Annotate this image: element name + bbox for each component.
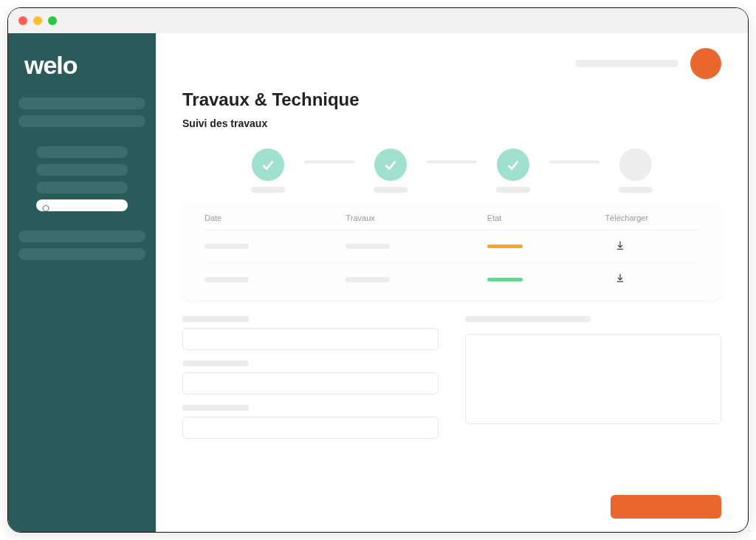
page-title: Travaux & Technique — [182, 89, 721, 110]
col-telecharger: Télécharger — [605, 213, 699, 222]
text-input[interactable] — [182, 417, 439, 439]
sidebar: welo — [8, 33, 156, 532]
window-minimize-button[interactable] — [33, 16, 42, 25]
sidebar-item[interactable] — [18, 230, 145, 242]
col-date: Date — [205, 213, 346, 222]
topbar — [575, 48, 721, 79]
page-subtitle: Suivi des travaux — [182, 117, 721, 129]
form-section — [182, 316, 721, 439]
step-connector — [427, 160, 477, 163]
step — [374, 148, 408, 193]
cell-travaux-placeholder — [346, 244, 390, 249]
cell-date-placeholder — [205, 244, 249, 249]
textarea-input[interactable] — [465, 334, 721, 424]
col-etat: Etat — [487, 213, 605, 222]
check-icon — [382, 157, 399, 173]
field-label-placeholder — [182, 405, 249, 411]
hexagon-icon — [42, 202, 49, 209]
form-left-column — [182, 316, 439, 439]
works-table-card: Date Travaux Etat Télécharger — [182, 203, 721, 300]
window-close-button[interactable] — [18, 16, 27, 25]
step-label-placeholder — [251, 187, 285, 193]
content: welo Travaux & Technique Suivi des tr — [8, 33, 748, 532]
sidebar-item[interactable] — [18, 115, 145, 127]
form-field — [182, 316, 439, 350]
sidebar-item[interactable] — [18, 98, 145, 109]
cell-travaux-placeholder — [346, 277, 390, 282]
table-row — [205, 230, 699, 263]
form-field — [182, 360, 439, 394]
form-right-column — [465, 316, 721, 439]
window-maximize-button[interactable] — [48, 16, 57, 25]
check-icon — [260, 157, 276, 173]
step-circle-done — [252, 148, 284, 181]
app-window: welo Travaux & Technique Suivi des tr — [7, 7, 749, 533]
table-header: Date Travaux Etat Télécharger — [205, 213, 699, 230]
step-connector — [304, 160, 354, 163]
primary-action-button[interactable] — [611, 495, 721, 519]
check-icon — [505, 157, 521, 173]
status-badge-done — [487, 278, 523, 281]
download-icon[interactable] — [615, 273, 625, 285]
step-circle-done — [374, 148, 407, 181]
sidebar-subitem[interactable] — [36, 164, 128, 176]
status-badge-inprogress — [487, 245, 523, 248]
sidebar-item[interactable] — [18, 248, 145, 260]
sidebar-subitem-active[interactable] — [36, 199, 128, 211]
step-label-placeholder — [374, 187, 408, 193]
titlebar — [8, 8, 748, 33]
download-icon[interactable] — [615, 240, 625, 253]
cell-date-placeholder — [205, 277, 249, 282]
step — [496, 148, 530, 193]
step-circle-pending — [619, 148, 652, 181]
user-name-placeholder — [575, 60, 678, 67]
avatar[interactable] — [690, 48, 721, 79]
form-field — [182, 405, 439, 439]
sidebar-subitem[interactable] — [36, 182, 128, 194]
main: Travaux & Technique Suivi des travaux — [156, 33, 748, 532]
col-travaux: Travaux — [346, 213, 487, 222]
field-label-placeholder — [465, 316, 591, 322]
field-label-placeholder — [182, 360, 249, 366]
table-row — [205, 263, 699, 295]
field-label-placeholder — [182, 316, 249, 322]
text-input[interactable] — [182, 328, 439, 350]
sidebar-subitem[interactable] — [36, 146, 128, 158]
brand-logo: welo — [24, 51, 145, 80]
step — [619, 148, 653, 193]
step-label-placeholder — [619, 187, 653, 193]
step-connector — [549, 160, 599, 163]
step — [251, 148, 285, 193]
step-circle-done — [497, 148, 529, 181]
text-input[interactable] — [182, 372, 439, 394]
step-label-placeholder — [496, 187, 530, 193]
progress-stepper — [182, 148, 721, 193]
